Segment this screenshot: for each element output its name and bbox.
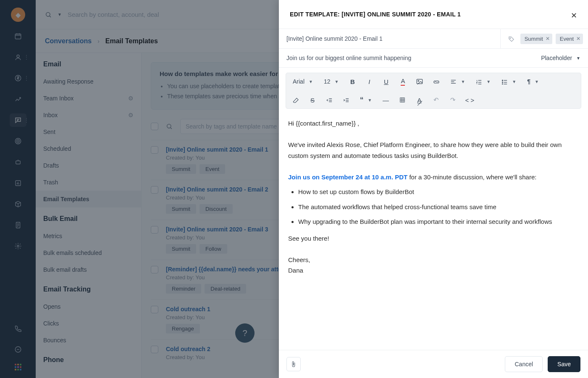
insert-image-icon[interactable] [414, 76, 425, 87]
editor-line: Cheers, [288, 255, 579, 265]
editor-line: We've invited Alexis Rose, Chief Platfor… [288, 139, 579, 161]
editor-text: for a 30-minute discussion, where we'll … [407, 173, 536, 181]
table-icon[interactable] [397, 95, 408, 105]
eraser-icon[interactable] [290, 95, 301, 105]
code-view-icon[interactable]: < > [464, 95, 475, 105]
chevron-down-icon: ▼ [512, 79, 516, 84]
template-name-row: Summit✕ Event✕ [279, 29, 588, 49]
svg-rect-19 [400, 98, 405, 102]
editor-bullet: How to set up custom flows by BuilderBot [298, 186, 579, 197]
subject-input[interactable] [286, 55, 541, 61]
undo-icon[interactable]: ↶ [430, 95, 441, 105]
chevron-down-icon: ▼ [535, 79, 539, 84]
save-button[interactable]: Save [548, 356, 580, 372]
font-size-select[interactable]: 12▼ [321, 77, 341, 86]
align-select[interactable]: ▼ [448, 78, 467, 85]
placeholder-dropdown[interactable]: Placeholder ▼ [541, 55, 580, 61]
tag-chip[interactable]: Summit✕ [520, 34, 552, 44]
bold-icon[interactable]: B [347, 76, 358, 87]
panel-title: EDIT TEMPLATE: [INVITE] ONLINE SUMMIT 20… [290, 11, 461, 18]
editor-line: Dana [288, 265, 579, 276]
chevron-down-icon: ▼ [335, 79, 339, 84]
indent-icon[interactable] [341, 95, 352, 105]
editor-body[interactable]: Hi {{contact.first_name}} , We've invite… [279, 113, 588, 350]
svg-point-18 [502, 84, 503, 84]
italic-icon[interactable]: I [364, 76, 375, 87]
redo-icon[interactable]: ↷ [447, 95, 458, 105]
placeholder-dropdown-label: Placeholder [541, 55, 572, 61]
svg-point-13 [510, 37, 511, 38]
strikethrough-icon[interactable]: S [307, 95, 318, 105]
chevron-down-icon: ▼ [368, 98, 372, 102]
close-icon[interactable]: ✕ [571, 11, 577, 20]
svg-rect-14 [417, 79, 423, 84]
font-family-select[interactable]: Arial▼ [290, 77, 315, 86]
text-color-icon[interactable]: A [397, 76, 408, 87]
editor-line: Join us on September 24 at 10 a.m. PDT f… [288, 172, 579, 183]
insert-link-icon[interactable] [431, 76, 442, 87]
tag-icon[interactable] [506, 36, 517, 42]
editor-toolbar: Arial▼ 12▼ B I U A ▼ ▼ ▼ ¶▼ S “▼ — A— ↶ … [286, 73, 581, 109]
ordered-list-select[interactable]: ▼ [473, 78, 493, 85]
template-tags: Summit✕ Event✕ [500, 29, 588, 48]
editor-bullet: The automated workflows that helped cros… [298, 202, 579, 213]
cancel-button[interactable]: Cancel [505, 356, 543, 372]
font-size-label: 12 [324, 78, 331, 85]
chevron-down-icon: ▼ [486, 79, 491, 84]
tag-chip-label: Summit [525, 36, 543, 42]
editor-line: Hi {{contact.first_name}} , [288, 118, 579, 129]
svg-point-15 [418, 80, 419, 81]
chevron-down-icon: ▼ [461, 79, 465, 84]
editor-link[interactable]: Join us on September 24 at 10 a.m. PDT [288, 173, 407, 181]
attachment-icon[interactable] [286, 357, 301, 371]
paragraph-direction-select[interactable]: ¶▼ [525, 77, 541, 86]
panel-footer: Cancel Save [279, 350, 588, 378]
svg-point-17 [502, 81, 503, 82]
chevron-down-icon: ▼ [309, 79, 313, 84]
subject-row: Placeholder ▼ [279, 49, 588, 68]
editor-line: See you there! [288, 233, 579, 244]
quote-select[interactable]: “▼ [357, 95, 374, 105]
font-family-label: Arial [293, 78, 304, 85]
tag-chip[interactable]: Event✕ [556, 34, 583, 44]
unordered-list-select[interactable]: ▼ [499, 78, 519, 85]
editor-bullet: Why upgrading to the BuilderBot plan was… [298, 216, 579, 227]
template-name-input[interactable] [279, 29, 500, 48]
clear-format-icon[interactable]: A— [414, 95, 425, 105]
svg-point-16 [502, 80, 503, 81]
outdent-icon[interactable] [324, 95, 335, 105]
remove-tag-icon[interactable]: ✕ [546, 36, 550, 42]
tag-chip-label: Event [560, 36, 574, 42]
edit-template-panel: EDIT TEMPLATE: [INVITE] ONLINE SUMMIT 20… [279, 0, 588, 378]
horizontal-rule-icon[interactable]: — [380, 95, 391, 105]
remove-tag-icon[interactable]: ✕ [576, 36, 580, 42]
chevron-down-icon: ▼ [576, 56, 580, 60]
underline-icon[interactable]: U [381, 76, 391, 87]
